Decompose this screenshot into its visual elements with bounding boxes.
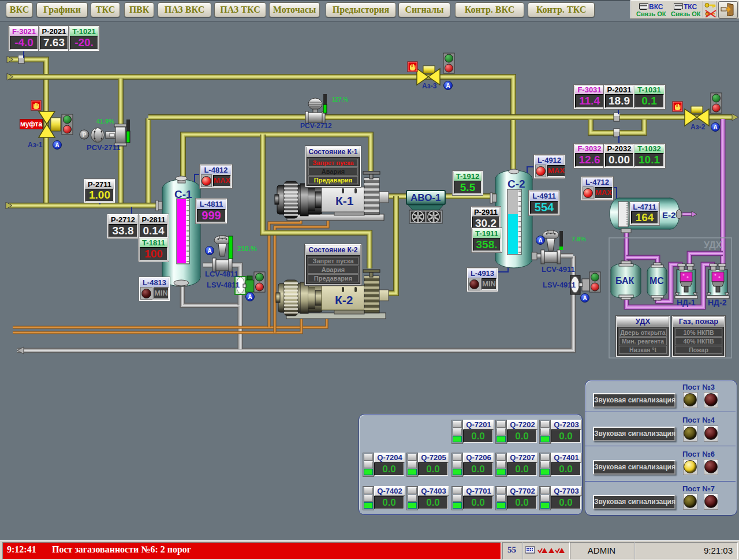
svg-text:A: A (248, 294, 252, 300)
svg-text:A: A (583, 295, 587, 301)
svg-text:A: A (55, 142, 59, 148)
svg-text:A: A (207, 248, 211, 254)
svg-text:A: A (538, 237, 542, 244)
svg-text:A: A (446, 83, 450, 89)
svg-text:A: A (713, 124, 717, 130)
svg-text:P: P (83, 132, 87, 138)
